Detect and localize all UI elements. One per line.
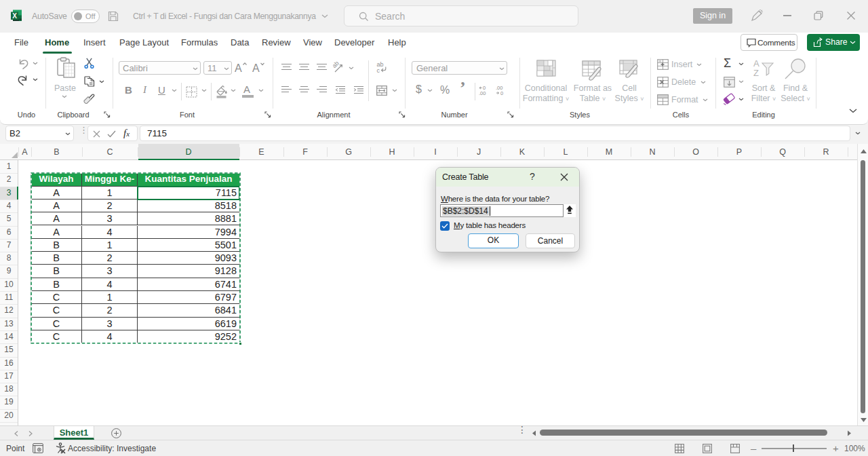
svg-text:A: A bbox=[252, 62, 260, 73]
svg-text:c: c bbox=[377, 67, 380, 73]
svg-text:.00: .00 bbox=[479, 90, 486, 96]
svg-text:Z: Z bbox=[753, 68, 759, 78]
svg-text:0: 0 bbox=[500, 90, 503, 96]
svg-text:A: A bbox=[753, 58, 760, 69]
svg-text:A: A bbox=[235, 62, 242, 73]
svg-text:X: X bbox=[12, 12, 17, 20]
